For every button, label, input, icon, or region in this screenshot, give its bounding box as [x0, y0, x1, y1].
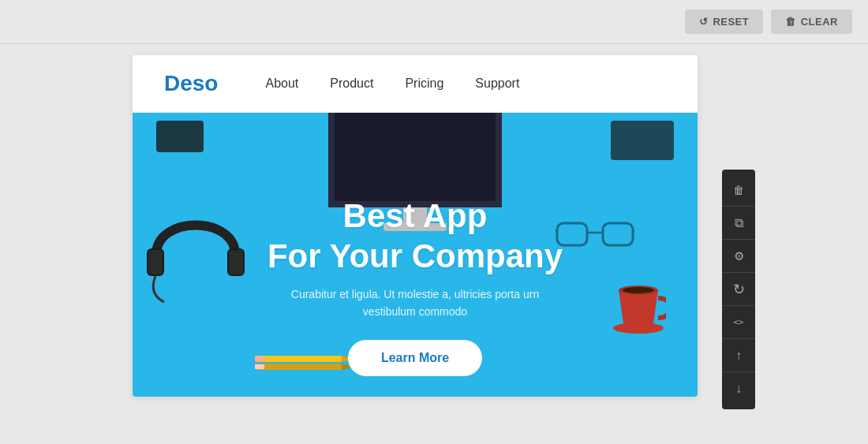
hero-section: Best App For Your Company Curabitur et l…	[133, 113, 698, 397]
trash-icon[interactable]	[722, 173, 755, 207]
svg-rect-2	[148, 250, 163, 274]
svg-rect-14	[255, 356, 264, 361]
reset-label: RESET	[713, 16, 749, 28]
code-icon[interactable]	[722, 306, 755, 339]
svg-point-11	[623, 287, 654, 293]
main-area: Deso About Product Pricing Support	[133, 55, 698, 397]
clear-label: CLEAR	[801, 16, 838, 28]
settings-icon[interactable]	[722, 240, 755, 273]
headphones	[140, 192, 251, 310]
hero-title-line1: Best App	[343, 197, 488, 234]
move-down-icon[interactable]	[722, 372, 755, 405]
learn-more-button[interactable]: Learn More	[348, 340, 482, 376]
refresh-icon[interactable]	[722, 273, 755, 306]
nav-logo: Deso	[164, 71, 218, 96]
hero-title-line2: For Your Company	[268, 237, 563, 274]
clear-button[interactable]: 🗑 CLEAR	[771, 9, 852, 34]
clear-icon: 🗑	[785, 16, 796, 28]
move-up-icon[interactable]	[722, 339, 755, 372]
svg-rect-5	[603, 223, 633, 245]
coffee-cup	[611, 274, 666, 334]
reset-button[interactable]: ↺ RESET	[685, 9, 763, 34]
nav-bar: Deso About Product Pricing Support	[133, 55, 698, 113]
svg-rect-3	[229, 250, 243, 274]
glasses	[556, 215, 634, 255]
device-top-right	[611, 121, 674, 160]
monitor-screen	[328, 113, 502, 207]
nav-link-support[interactable]: Support	[475, 76, 519, 91]
device-top-left	[156, 121, 204, 152]
svg-rect-17	[255, 364, 264, 369]
nav-link-product[interactable]: Product	[330, 76, 373, 91]
right-sidebar	[722, 170, 755, 409]
copy-icon[interactable]	[722, 207, 755, 240]
svg-point-9	[613, 323, 664, 334]
nav-link-about[interactable]: About	[265, 76, 298, 91]
nav-link-pricing[interactable]: Pricing	[405, 76, 443, 91]
hero-subtitle: Curabitur et ligula. Ut molestie a, ultr…	[268, 285, 563, 321]
website-card: Deso About Product Pricing Support	[133, 55, 698, 397]
hero-content: Best App For Your Company Curabitur et l…	[268, 196, 563, 376]
hero-title: Best App For Your Company	[268, 196, 563, 276]
separator	[0, 43, 868, 44]
reset-icon: ↺	[699, 16, 709, 28]
top-toolbar: ↺ RESET 🗑 CLEAR	[0, 0, 868, 43]
